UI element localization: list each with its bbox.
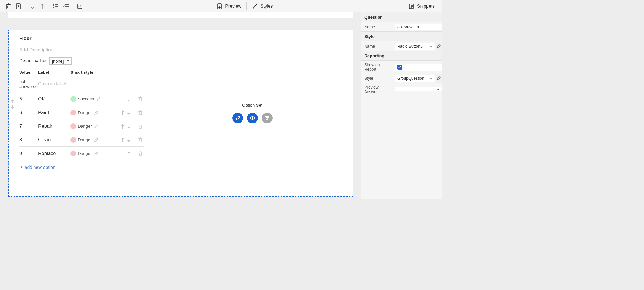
style-dot	[70, 151, 76, 156]
arrow-down-icon[interactable]	[127, 138, 131, 142]
toolbar: Preview Styles Snippets	[0, 0, 442, 12]
arrow-down-icon[interactable]	[127, 97, 131, 101]
trash-icon[interactable]	[138, 96, 143, 102]
preview-option-set-button[interactable]	[247, 113, 258, 123]
pencil-icon[interactable]	[94, 151, 99, 156]
arrow-up-icon[interactable]	[121, 110, 124, 115]
props-reporting-header: Reporting	[361, 51, 442, 61]
arrow-down-icon[interactable]	[127, 110, 131, 115]
plus-icon: +	[20, 164, 23, 170]
option-style: Danger	[70, 123, 121, 129]
svg-rect-17	[129, 124, 129, 127]
styles-button[interactable]: Styles	[248, 0, 277, 12]
chevron-down-icon	[437, 89, 440, 90]
outdent-icon	[63, 4, 69, 9]
default-value-row: Default value: [none]	[19, 57, 144, 65]
trash-icon[interactable]	[138, 110, 143, 115]
option-value: 7	[19, 123, 38, 129]
option-actions	[121, 110, 144, 115]
reorder-up-icon[interactable]	[11, 99, 14, 103]
props-style-header: Style	[361, 32, 442, 41]
prop-show-on-report-value[interactable]	[395, 64, 442, 71]
styles-label: Styles	[260, 4, 273, 9]
question-title[interactable]: Floor	[19, 36, 144, 41]
option-row[interactable]: 8CleanDanger	[19, 133, 144, 147]
col-style: Smart style	[70, 70, 144, 75]
arrow-down-icon[interactable]	[127, 124, 131, 129]
option-style-text: Danger	[78, 151, 92, 156]
outdent-button[interactable]	[61, 1, 71, 11]
add-option-button[interactable]: + add new option	[19, 164, 144, 170]
edit-option-set-button[interactable]	[232, 113, 243, 123]
filter-option-set-button[interactable]	[262, 113, 273, 123]
description-placeholder[interactable]: Add Description	[19, 47, 144, 53]
prop-style-name-row: Name Radio Button5	[361, 41, 442, 51]
not-answered-label: Custom label	[38, 81, 66, 87]
delete-button[interactable]	[3, 1, 13, 11]
pencil-icon[interactable]	[96, 97, 101, 101]
pencil-icon	[235, 115, 240, 121]
new-page-button[interactable]	[13, 1, 24, 11]
checkbox-button[interactable]	[75, 1, 85, 11]
edit-rep-style-button[interactable]	[435, 74, 442, 83]
trash-icon[interactable]	[138, 124, 143, 129]
trash-icon[interactable]	[138, 137, 143, 142]
arrow-up-icon[interactable]	[127, 151, 131, 156]
arrow-up-icon[interactable]	[121, 138, 124, 142]
move-down-button[interactable]	[27, 1, 37, 11]
option-style: Danger	[70, 110, 121, 115]
list-button[interactable]	[51, 1, 61, 11]
selection-inner: Floor Add Description Default value: [no…	[9, 30, 353, 196]
option-style: Danger	[70, 137, 121, 143]
option-row[interactable]: 7RepairDanger	[19, 119, 144, 133]
chevron-down-icon	[430, 77, 433, 79]
option-label: Replace	[38, 151, 70, 156]
selected-question[interactable]: Clone Remove	[8, 30, 353, 197]
prop-style-name-select[interactable]: Radio Button5	[395, 43, 435, 50]
default-value-select[interactable]: [none]	[49, 57, 72, 65]
chevron-down-icon	[430, 45, 433, 47]
prop-preview-answer-select[interactable]	[395, 87, 442, 91]
svg-rect-20	[129, 138, 129, 141]
svg-point-5	[219, 7, 220, 8]
preview-icon	[217, 3, 223, 9]
reorder-handles	[11, 99, 14, 109]
arrow-down-icon	[30, 3, 34, 9]
reorder-down-icon[interactable]	[11, 105, 14, 109]
pencil-icon[interactable]	[94, 138, 99, 142]
snippets-label: Snippets	[417, 4, 435, 9]
prev-question-edge	[8, 12, 353, 18]
style-dot	[70, 123, 76, 129]
svg-rect-21	[139, 138, 142, 142]
arrow-up-icon[interactable]	[121, 124, 124, 129]
pencil-icon[interactable]	[94, 124, 99, 129]
prop-rep-style-select[interactable]: GroupQuestion	[395, 75, 435, 82]
svg-rect-10	[12, 105, 13, 108]
option-label: Repair	[38, 123, 70, 129]
prop-rep-style-row: Style GroupQuestion	[361, 73, 442, 83]
style-dot	[70, 96, 76, 102]
svg-rect-9	[12, 101, 13, 103]
pencil-icon	[437, 76, 441, 80]
option-style-text: Success	[78, 96, 94, 101]
move-up-button[interactable]	[37, 1, 47, 11]
not-answered-row[interactable]: not answered Custom label	[19, 76, 144, 92]
option-row[interactable]: 6PaintDanger	[19, 106, 144, 119]
option-row[interactable]: 9ReplaceDanger	[19, 147, 144, 160]
canvas[interactable]: Clone Remove	[0, 12, 361, 199]
option-actions	[127, 96, 144, 102]
trash-icon	[5, 3, 11, 9]
checkbox-checked-icon	[397, 65, 402, 70]
snippets-button[interactable]: Snippets	[405, 0, 439, 12]
pencil-icon[interactable]	[94, 110, 99, 115]
svg-rect-18	[139, 125, 142, 128]
preview-label: Preview	[225, 4, 241, 9]
trash-icon[interactable]	[138, 151, 143, 156]
prop-name-value[interactable]: option-set_4	[395, 24, 442, 30]
toolbar-separator	[246, 2, 247, 10]
option-actions	[121, 124, 144, 129]
edit-style-button[interactable]	[435, 42, 442, 51]
option-row[interactable]: 5OKSuccess	[19, 92, 144, 106]
preview-button[interactable]: Preview	[213, 0, 245, 12]
prev-divider	[152, 12, 152, 18]
